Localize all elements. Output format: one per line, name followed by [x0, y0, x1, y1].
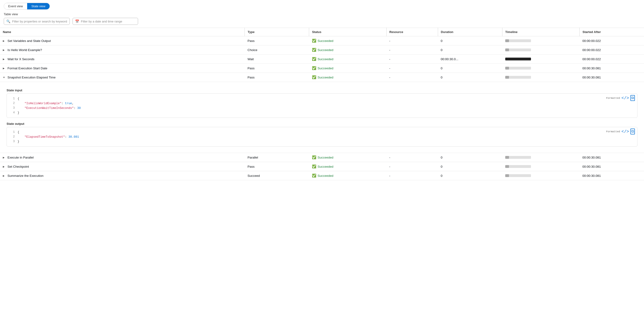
date-filter-placeholder: Filter by a date and time range: [81, 20, 122, 23]
states-table: Name Type Status Resource Duration Timel…: [0, 28, 644, 180]
copy-icon-output[interactable]: ⧉: [630, 129, 635, 134]
search-icon: 🔍: [6, 20, 10, 23]
timeline-bar: [505, 174, 531, 177]
table-header-row: Name Type Status Resource Duration Timel…: [0, 28, 644, 36]
timeline-bar: [505, 156, 531, 159]
row-duration-cell: 0: [438, 153, 502, 162]
row-type-cell: Succeed: [245, 171, 309, 180]
calendar-icon: 📅: [75, 20, 79, 23]
row-type-cell: Choice: [245, 46, 309, 55]
row-duration-cell: 0: [438, 162, 502, 171]
table-row: ▶ Wait for X Seconds Wait ✅ Succeeded - …: [0, 55, 644, 64]
expand-icon[interactable]: ▶: [3, 40, 6, 42]
status-text: Succeeded: [318, 165, 334, 168]
row-started-after-cell: 00:00:30.081: [580, 171, 644, 180]
row-status-cell: ✅ Succeeded: [309, 171, 386, 180]
succeeded-icon: ✅: [312, 75, 316, 79]
timeline-bar: [505, 39, 531, 42]
row-duration-cell: 0: [438, 171, 502, 180]
table-view-label: Table view: [0, 12, 644, 18]
col-header-duration: Duration: [438, 28, 502, 36]
state-input-lines: 1{2 "IsHelloWorldExample": true,3 "Execu…: [7, 94, 637, 118]
succeeded-icon: ✅: [312, 155, 316, 159]
row-timeline-cell: [502, 171, 580, 180]
code-actions-output: Formatted </> ⧉: [606, 129, 635, 134]
row-name-text: Wait for X Seconds: [8, 57, 34, 61]
expand-icon[interactable]: ▶: [3, 67, 6, 70]
state-view-button[interactable]: State view: [27, 3, 50, 9]
row-resource-cell: -: [386, 162, 438, 171]
row-started-after-cell: 00:00:30.081: [580, 153, 644, 162]
table-row: ▼ Snapshot Execution Elapsed Time Pass ✅…: [0, 73, 644, 82]
timeline-bar: [505, 67, 531, 70]
row-name-text: Format Execution Start Date: [8, 67, 47, 70]
row-started-after-cell: 00:00:30.081: [580, 162, 644, 171]
row-name-text: Set Checkpoint: [8, 165, 29, 168]
row-type-cell: Wait: [245, 55, 309, 64]
timeline-bar: [505, 58, 531, 60]
expand-icon[interactable]: ▶: [3, 174, 6, 177]
view-toggle: Event view State view: [4, 3, 50, 10]
row-name-text: Summarize the Execution: [8, 174, 44, 177]
code-format-icon-output[interactable]: </>: [622, 129, 629, 134]
state-output-lines: 1{2 "ElapsedTimeToSnapshot": 30.0813}: [7, 127, 637, 146]
row-name-cell: ▶ Is Hello World Example?: [0, 46, 245, 55]
succeeded-icon: ✅: [312, 66, 316, 70]
row-type-cell: Pass: [245, 73, 309, 82]
timeline-fill: [505, 49, 509, 51]
row-started-after-cell: 00:00:00.022: [580, 36, 644, 46]
col-header-started-after: Started After: [580, 28, 644, 36]
timeline-bar: [505, 165, 531, 168]
row-timeline-cell: [502, 36, 580, 46]
row-duration-cell: 0: [438, 73, 502, 82]
keyword-filter[interactable]: 🔍 Filter by properties or search by keyw…: [4, 18, 70, 25]
row-resource-cell: -: [386, 171, 438, 180]
row-resource-cell: -: [386, 153, 438, 162]
row-status-cell: ✅ Succeeded: [309, 162, 386, 171]
timeline-fill: [505, 156, 509, 159]
row-timeline-cell: [502, 46, 580, 55]
row-name-cell: ▶ Summarize the Execution: [0, 171, 245, 180]
col-header-status: Status: [309, 28, 386, 36]
row-resource-cell: -: [386, 73, 438, 82]
expand-icon[interactable]: ▶: [3, 165, 6, 168]
succeeded-icon: ✅: [312, 164, 316, 169]
expand-icon[interactable]: ▶: [3, 49, 6, 51]
succeeded-icon: ✅: [312, 57, 316, 61]
row-name-text: Execute in Parallel: [8, 156, 34, 159]
status-text: Succeeded: [318, 174, 334, 177]
row-duration-cell: 0: [438, 36, 502, 46]
expand-icon[interactable]: ▼: [3, 76, 6, 79]
view-toggle-bar: Event view State view: [0, 0, 644, 12]
row-resource-cell: -: [386, 55, 438, 64]
row-status-cell: ✅ Succeeded: [309, 36, 386, 46]
row-duration-cell: 0: [438, 64, 502, 73]
table-row: ▶ Set Checkpoint Pass ✅ Succeeded - 0 00…: [0, 162, 644, 171]
row-name-text: Snapshot Execution Elapsed Time: [8, 76, 56, 79]
col-header-name: Name: [0, 28, 245, 36]
expand-icon[interactable]: ▶: [3, 156, 6, 159]
table-row: ▶ Set Variables and State Output Pass ✅ …: [0, 36, 644, 46]
row-name-cell: ▶ Format Execution Start Date: [0, 64, 245, 73]
timeline-fill: [505, 67, 509, 70]
keyword-filter-placeholder: Filter by properties or search by keywor…: [12, 20, 67, 23]
row-name-text: Is Hello World Example?: [8, 48, 42, 52]
row-status-cell: ✅ Succeeded: [309, 64, 386, 73]
copy-icon[interactable]: ⧉: [630, 95, 635, 101]
status-text: Succeeded: [318, 67, 334, 70]
status-text: Succeeded: [318, 57, 334, 61]
row-name-cell: ▶ Set Checkpoint: [0, 162, 245, 171]
event-view-button[interactable]: Event view: [4, 3, 27, 9]
state-output-label: State output: [3, 120, 641, 127]
col-header-resource: Resource: [386, 28, 438, 36]
code-format-icon[interactable]: </>: [622, 96, 629, 101]
table-row: ▶ Summarize the Execution Succeed ✅ Succ…: [0, 171, 644, 180]
expand-icon[interactable]: ▶: [3, 58, 6, 60]
date-filter[interactable]: 📅 Filter by a date and time range: [72, 18, 138, 25]
row-timeline-cell: [502, 73, 580, 82]
timeline-fill: [505, 165, 509, 168]
col-header-type: Type: [245, 28, 309, 36]
row-name-cell: ▶ Execute in Parallel: [0, 153, 245, 162]
row-name-text: Set Variables and State Output: [8, 39, 51, 43]
state-input-label: State input: [3, 86, 641, 93]
